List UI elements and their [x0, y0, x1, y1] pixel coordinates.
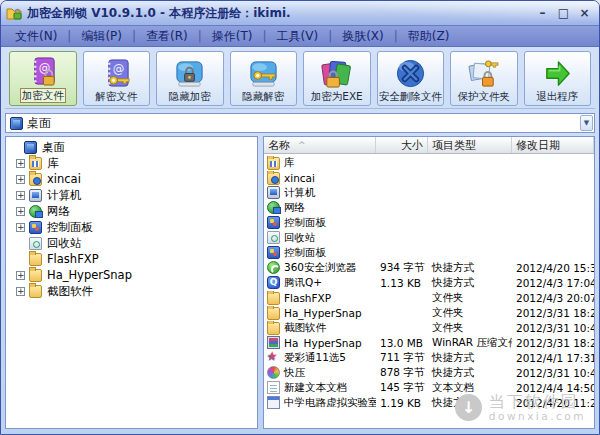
file-date: 2012/3/31 18:22 — [512, 307, 594, 319]
recycle-icon — [29, 237, 42, 250]
close-button[interactable]: × — [576, 5, 593, 21]
library-icon — [29, 157, 42, 170]
titlebar: 加密金刚锁 V10.9.1.0 - 本程序注册给：ikimi. – □ × — [1, 1, 599, 25]
file-size: 711 字节 — [376, 351, 428, 365]
file-size: 1.19 KB — [376, 397, 428, 409]
svg-text:@: @ — [39, 61, 51, 75]
maximize-button[interactable]: □ — [555, 5, 572, 21]
hide-encrypt-button[interactable]: 隐藏加密 — [156, 51, 224, 106]
menu-item-5[interactable]: 工具(V) — [271, 26, 325, 47]
file-name: 控制面板 — [284, 216, 326, 230]
folder-icon — [267, 292, 280, 305]
menu-item-1[interactable]: 文件(N) — [9, 26, 63, 47]
menu-item-4[interactable]: 操作(T) — [206, 26, 259, 47]
encrypt-file-button[interactable]: @ 加密文件 — [9, 51, 77, 106]
menu-item-2[interactable]: 编辑(P) — [75, 26, 128, 47]
secure-delete-label: 安全删除文件 — [379, 90, 442, 103]
menu-item-3[interactable]: 查看(R) — [140, 26, 194, 47]
tree-item[interactable]: +xincai — [7, 171, 257, 187]
list-row[interactable]: 网络 — [264, 200, 594, 215]
control-icon — [29, 221, 42, 234]
encrypt-to-exe-button[interactable]: 加密为EXE — [303, 51, 371, 106]
list-row[interactable]: 快压878 字节快捷方式2012/3/31 10:47 — [264, 365, 594, 380]
list-row[interactable]: 360安全浏览器934 字节快捷方式2012/4/20 15:35 — [264, 260, 594, 275]
address-dropdown-button[interactable]: ▼ — [580, 115, 593, 131]
list-row[interactable]: 新建文本文档145 字节文本文档2012/4/4 14:50 — [264, 380, 594, 395]
encrypt-file-icon: @ — [27, 55, 58, 88]
list-row[interactable]: 腾讯Q+1.13 KB快捷方式2012/4/3 17:04 — [264, 275, 594, 290]
secure-delete-button[interactable]: 安全删除文件 — [377, 51, 445, 106]
tree-item[interactable]: +截图软件 — [7, 283, 257, 299]
file-name-cell: 360安全浏览器 — [264, 261, 376, 275]
decrypt-file-button[interactable]: @ 解密文件 — [83, 51, 151, 106]
file-size: 1.13 KB — [376, 277, 428, 289]
menu-separator: | — [63, 29, 75, 43]
file-name-cell: 库 — [264, 156, 376, 170]
tree-item[interactable]: +控制面板 — [7, 219, 257, 235]
secure-delete-icon — [395, 57, 426, 90]
network-icon — [29, 205, 42, 218]
expand-icon[interactable]: + — [16, 223, 25, 232]
expand-icon[interactable]: + — [16, 191, 25, 200]
file-date: 2012/4/1 17:31 — [512, 352, 594, 364]
menu-item-7[interactable]: 帮助(Z) — [402, 26, 456, 47]
protect-folder-button[interactable]: 保护文件夹 — [450, 51, 518, 106]
tree-item[interactable]: 桌面 — [7, 139, 257, 155]
list-row[interactable]: 控制面板 — [264, 215, 594, 230]
expand-icon[interactable]: + — [16, 175, 25, 184]
column-header-name[interactable]: 名称 — [264, 137, 376, 153]
tree-item[interactable]: +网络 — [7, 203, 257, 219]
file-name: 腾讯Q+ — [284, 276, 322, 290]
list-row[interactable]: 计算机 — [264, 185, 594, 200]
tree-item-label: 截图软件 — [47, 284, 93, 299]
file-type: 文件夹 — [428, 291, 512, 305]
file-name-cell: 快压 — [264, 366, 376, 380]
list-row[interactable]: 控制面板 — [264, 245, 594, 260]
list-row[interactable]: Ha_HyperSnap文件夹2012/3/31 18:22 — [264, 305, 594, 320]
tree-item[interactable]: +Ha_HyperSnap — [7, 267, 257, 283]
hide-encrypt-icon — [174, 57, 205, 90]
encrypt-file-label: 加密文件 — [20, 88, 66, 103]
hide-decrypt-icon — [248, 57, 279, 90]
list-row[interactable]: 爱彩通11选5711 字节快捷方式2012/4/1 17:31 — [264, 350, 594, 365]
expand-icon[interactable]: + — [16, 287, 25, 296]
list-header: 名称 大小 项目类型 修改日期 — [264, 137, 594, 154]
file-name: Ha_HyperSnap — [284, 307, 362, 319]
address-bar[interactable]: 桌面 ▼ — [5, 113, 595, 133]
tree-indent — [16, 239, 25, 248]
list-row[interactable]: 回收站 — [264, 230, 594, 245]
tree-item-label: 桌面 — [42, 140, 65, 155]
desktop-icon — [10, 117, 23, 130]
tree-item-label: 计算机 — [47, 188, 82, 203]
list-row[interactable]: FlashFXP文件夹2012/4/3 20:07 — [264, 290, 594, 305]
list-row[interactable]: 库 — [264, 155, 594, 170]
minimize-button[interactable]: – — [534, 5, 551, 21]
file-date: 2012/4/20 15:35 — [512, 262, 594, 274]
expand-icon[interactable]: + — [16, 159, 25, 168]
tree-item[interactable]: 回收站 — [7, 235, 257, 251]
exit-button[interactable]: 退出程序 — [524, 51, 592, 106]
menu-separator: | — [259, 29, 271, 43]
expand-icon[interactable]: + — [16, 271, 25, 280]
list-row[interactable]: Ha_HyperSnap13.0 MBWinRAR 压缩文件2012/3/31 … — [264, 335, 594, 350]
list-row[interactable]: xincai — [264, 170, 594, 185]
tree-item[interactable]: +库 — [7, 155, 257, 171]
file-name-cell: FlashFXP — [264, 291, 376, 305]
folder-icon — [267, 322, 280, 335]
app-icon — [267, 396, 280, 409]
column-header-date[interactable]: 修改日期 — [512, 137, 594, 153]
hide-decrypt-button[interactable]: 隐藏解密 — [230, 51, 298, 106]
list-row[interactable]: 中学电路虚拟实验室1.19 KB快捷方式2012/4/20 11:28 — [264, 395, 594, 410]
tree-item[interactable]: FlashFXP — [7, 251, 257, 267]
list-row[interactable]: 截图软件文件夹2012/3/31 10:49 — [264, 320, 594, 335]
exit-label: 退出程序 — [536, 90, 578, 103]
user-icon — [267, 172, 280, 185]
column-header-size[interactable]: 大小 — [376, 137, 428, 153]
file-type: 快捷方式 — [428, 396, 512, 410]
window-title: 加密金刚锁 V10.9.1.0 - 本程序注册给：ikimi. — [27, 5, 534, 22]
tree-item-label: xincai — [47, 172, 81, 186]
menu-item-6[interactable]: 换肤(X) — [336, 26, 390, 47]
column-header-type[interactable]: 项目类型 — [428, 137, 512, 153]
expand-icon[interactable]: + — [16, 207, 25, 216]
tree-item[interactable]: +计算机 — [7, 187, 257, 203]
